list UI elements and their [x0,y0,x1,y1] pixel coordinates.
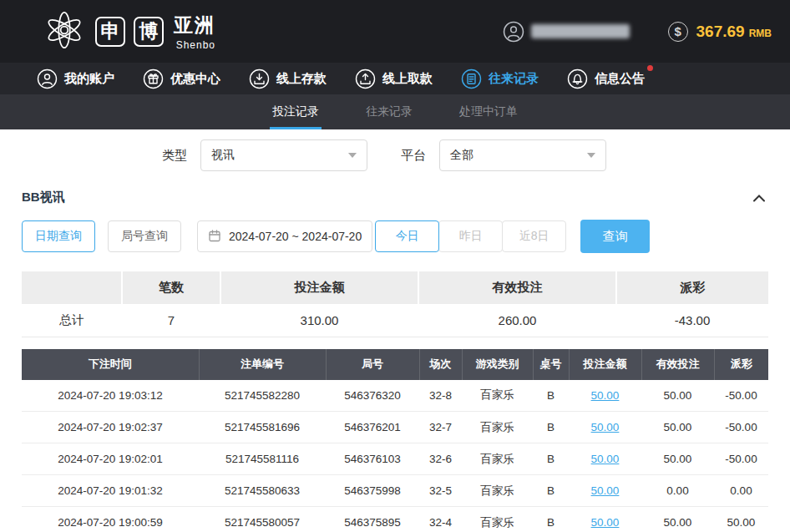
query-bar: 日期查询 局号查询 2024-07-20 ~ 2024-07-20 今日 昨日 … [22,220,768,253]
table-row: 2024-07-20 19:01:32521745580633546375998… [22,475,768,507]
platform-select-value: 全部 [450,148,473,163]
recent8-button[interactable]: 近8日 [502,220,566,252]
session-cell: 32-5 [419,475,462,507]
top-header: 申 博 亚洲 Shenbo $ 367.69 RMB [0,0,790,63]
valid-bet-cell: 50.00 [641,412,714,443]
brand-region: 亚洲 [174,13,215,38]
session-cell: 32-4 [419,507,462,532]
session-cell: 32-7 [419,412,462,443]
bet-amount-link[interactable]: 50.00 [591,421,620,433]
round-id-cell: 546376201 [326,412,419,443]
bet-amount-link[interactable]: 50.00 [591,389,620,402]
today-button[interactable]: 今日 [375,220,439,252]
brand-logo[interactable]: 申 博 亚洲 Shenbo [42,8,215,55]
game-type-cell: 百家乐 [462,412,533,443]
main-content: 类型 视讯 平台 全部 BB视讯 日期查询 局号查询 [0,139,790,532]
bet-amount-link[interactable]: 50.00 [591,453,620,465]
nav-label: 线上取款 [382,71,433,87]
round-id-cell: 546375895 [326,507,419,532]
bet-id-cell: 521745580633 [199,475,326,507]
header-bet-time: 下注时间 [22,349,199,380]
bet-id-cell: 521745581696 [199,412,326,443]
nav-label: 往来记录 [489,71,539,87]
nav-label: 线上存款 [276,71,327,87]
platform-label: 平台 [401,148,426,164]
valid-bet-cell: 50.00 [641,507,714,532]
tab-processing-orders[interactable]: 处理中订单 [457,94,520,129]
round-id-cell: 546376103 [326,443,419,475]
bet-amount-link[interactable]: 50.00 [591,484,620,497]
balance-currency-label: RMB [749,28,772,39]
header-bet-id: 注单编号 [199,349,326,380]
summary-header-count: 笔数 [122,271,220,304]
summary-bet-amount: 310.00 [220,304,418,337]
bet-id-cell: 521745582280 [199,380,326,412]
session-cell: 32-6 [419,443,462,475]
flower-logo-icon [42,8,87,55]
main-nav: 我的账户 优惠中心 线上存款 [0,63,790,94]
chevron-down-icon [348,153,357,158]
bet-time-cell: 2024-07-20 19:00:59 [22,507,199,532]
bet-id-cell: 521745581116 [199,443,326,475]
date-range-value: 2024-07-20 ~ 2024-07-20 [229,230,362,243]
header-payout: 派彩 [714,349,768,380]
calendar-icon [208,229,221,245]
summary-total-label: 总计 [22,304,122,337]
account-area: $ 367.69 RMB [503,21,772,43]
valid-bet-cell: 50.00 [641,380,714,412]
records-table: 下注时间 注单编号 局号 场次 游戏类别 桌号 投注金额 有效投注 派彩 202… [22,349,768,532]
sub-nav: 投注记录 往来记录 处理中订单 [0,94,790,129]
nav-label: 我的账户 [64,71,114,87]
nav-item-withdraw[interactable]: 线上取款 [355,68,433,89]
nav-item-promotions[interactable]: 优惠中心 [143,68,220,89]
chevron-down-icon [587,153,595,158]
deposit-icon [249,68,270,89]
bet-time-cell: 2024-07-20 19:02:37 [22,412,199,443]
bet-time-cell: 2024-07-20 19:03:12 [22,380,199,412]
header-game-type: 游戏类别 [462,349,533,380]
filter-row: 类型 视讯 平台 全部 [162,139,768,171]
valid-bet-cell: 50.00 [641,443,714,475]
summary-header-valid-bet: 有效投注 [418,271,616,304]
quick-range-group: 今日 昨日 近8日 [375,220,566,252]
bet-amount-link[interactable]: 50.00 [591,516,620,529]
round-id-cell: 546376320 [326,380,419,412]
nav-item-announcements[interactable]: 信息公告 [567,68,645,89]
yesterday-button[interactable]: 昨日 [438,220,503,252]
header-valid-bet: 有效投注 [641,349,714,380]
platform-select[interactable]: 全部 [439,139,606,171]
round-query-button[interactable]: 局号查询 [108,220,181,252]
header-table-no: 桌号 [533,349,569,380]
date-query-button[interactable]: 日期查询 [22,220,95,252]
bet-id-cell: 521745580057 [199,507,326,532]
game-type-cell: 百家乐 [462,380,533,412]
notification-dot [647,65,653,71]
table-row: 2024-07-20 19:00:59521745580057546375895… [22,507,768,532]
user-avatar-icon[interactable] [503,21,524,43]
username-redacted [531,24,630,38]
type-select[interactable]: 视讯 [200,139,367,171]
brand-char-bo: 博 [134,17,164,47]
balance-currency-icon: $ [668,22,688,42]
table-no-cell: B [533,507,569,532]
collapse-section-button[interactable] [750,190,768,205]
header-bet-amount: 投注金额 [569,349,641,380]
game-type-cell: 百家乐 [462,443,533,475]
nav-item-records[interactable]: 往来记录 [461,68,539,89]
tab-transaction-records[interactable]: 往来记录 [363,94,415,129]
brand-char-shen: 申 [95,17,125,47]
search-button[interactable]: 查询 [580,220,650,253]
payout-cell: 50.00 [714,507,768,532]
records-table-body: 2024-07-20 19:03:12521745582280546376320… [22,380,768,532]
valid-bet-cell: 0.00 [641,475,714,507]
summary-table: 笔数 投注金额 有效投注 派彩 总计 7 310.00 260.00 -43.0… [22,271,768,337]
nav-item-my-account[interactable]: 我的账户 [37,68,114,89]
tab-betting-records[interactable]: 投注记录 [270,94,322,129]
bet-amount-cell: 50.00 [569,443,641,475]
nav-item-deposit[interactable]: 线上存款 [249,68,327,89]
balance-amount: 367.69 [696,23,745,41]
date-range-input[interactable]: 2024-07-20 ~ 2024-07-20 [197,220,372,252]
summary-header-row: 笔数 投注金额 有效投注 派彩 [22,271,768,304]
table-row: 2024-07-20 19:02:37521745581696546376201… [22,412,768,443]
section-title: BB视讯 [22,190,65,205]
